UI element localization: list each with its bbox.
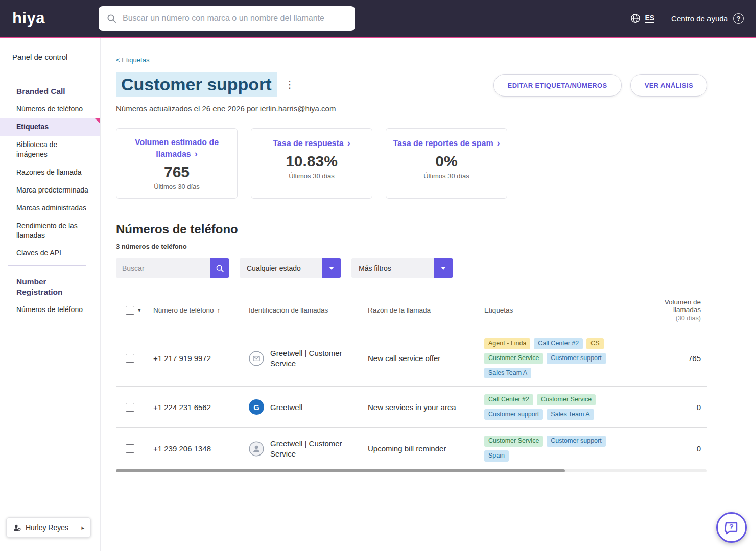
- global-search-input[interactable]: [123, 14, 347, 23]
- stat-cards: Volumen estimado de llamadas›765Últimos …: [116, 128, 707, 199]
- scrollbar-thumb[interactable]: [116, 469, 565, 472]
- chevron-right-icon: ▸: [81, 524, 84, 531]
- tag-customer-support[interactable]: Customer support: [547, 436, 605, 447]
- phone-number: +1 239 206 1348: [153, 444, 249, 453]
- app-window: hiya ES Centro de ayuda ? Panel de contr…: [0, 0, 756, 551]
- tag-customer-service[interactable]: Customer Service: [484, 353, 543, 364]
- avatar-envelope-icon: [249, 351, 264, 366]
- main-content: < Etiquetas Customer support ⋮ EDITAR ET…: [101, 38, 756, 551]
- sidebar-item-numeros-de-telefono[interactable]: Números de teléfono: [0, 301, 100, 319]
- tag-call-center-2[interactable]: Call Center #2: [534, 338, 583, 349]
- sidebar-section-heading-number-registration: Number Registration: [0, 272, 100, 301]
- table-search-button[interactable]: [210, 258, 229, 278]
- avatar-letter: G: [249, 399, 264, 415]
- help-center-link[interactable]: Centro de ayuda: [671, 14, 728, 23]
- call-volume: 0: [635, 403, 707, 412]
- chevron-right-icon: ›: [195, 149, 198, 159]
- sidebar-sections: Branded CallNúmeros de teléfonoEtiquetas…: [0, 81, 100, 319]
- more-filters-dropdown[interactable]: Más filtros: [351, 258, 453, 278]
- column-tags[interactable]: Etiquetas: [484, 306, 635, 314]
- horizontal-scrollbar[interactable]: [116, 469, 707, 472]
- stat-card-title[interactable]: Volumen estimado de llamadas›: [122, 137, 232, 160]
- dropdown-caret-button[interactable]: [322, 258, 341, 278]
- call-reason: Upcoming bill reminder: [368, 444, 484, 453]
- tag-sales-team-a[interactable]: Sales Team A: [484, 368, 531, 379]
- column-phone[interactable]: Número de teléfono↑: [153, 306, 249, 314]
- global-search[interactable]: [99, 6, 355, 31]
- sidebar-item-marca-predeterminada[interactable]: Marca predeterminada: [0, 181, 100, 199]
- status-filter-label: Cualquier estado: [240, 258, 322, 278]
- view-analysis-button[interactable]: VER ANÁLISIS: [630, 74, 707, 97]
- row-checkbox[interactable]: [126, 403, 134, 412]
- tag-spain[interactable]: Spain: [484, 450, 509, 462]
- chevron-down-icon: [441, 267, 446, 270]
- sidebar-item-rendimiento-de-las-llamadas[interactable]: Rendimiento de las llamadas: [0, 217, 100, 245]
- tag-call-center-2[interactable]: Call Center #2: [484, 394, 533, 405]
- edit-label-numbers-button[interactable]: EDITAR ETIQUETA/NÚMEROS: [493, 74, 622, 97]
- table-body: +1 217 919 9972Greetwell | Customer Serv…: [116, 330, 707, 469]
- stat-value: 0%: [391, 153, 502, 170]
- tag-cs[interactable]: CS: [586, 338, 603, 349]
- user-icon: [13, 523, 21, 532]
- column-volume-note: (30 días): [635, 315, 701, 322]
- column-volume[interactable]: Volumen de llamadas (30 días): [635, 298, 707, 322]
- sidebar-section-heading-branded-call: Branded Call: [0, 81, 100, 100]
- section-title: Números de teléfono: [116, 222, 707, 236]
- row-checkbox[interactable]: [126, 354, 134, 363]
- search-icon: [107, 14, 116, 23]
- select-all-checkbox[interactable]: [126, 306, 134, 315]
- tag-list: Agent - LindaCall Center #2CSCustomer Se…: [484, 338, 635, 378]
- sidebar-item-marcas-administradas[interactable]: Marcas administradas: [0, 199, 100, 217]
- column-caller-id[interactable]: Identificación de llamadas: [249, 306, 368, 314]
- sidebar-item-panel-de-control[interactable]: Panel de control: [0, 40, 100, 71]
- page-title: Customer support: [116, 72, 277, 97]
- kebab-menu-icon[interactable]: ⋮: [285, 80, 295, 89]
- tag-customer-service[interactable]: Customer Service: [537, 394, 596, 405]
- stat-card-title[interactable]: Tasa de respuesta›: [256, 137, 367, 149]
- table-row: +1 224 231 6562GGreetwellNew services in…: [116, 386, 707, 427]
- stat-value: 765: [122, 163, 232, 181]
- status-filter-dropdown[interactable]: Cualquier estado: [240, 258, 341, 278]
- row-checkbox[interactable]: [126, 444, 134, 453]
- table-header: ▾ Número de teléfono↑ Identificación de …: [116, 292, 707, 330]
- caller-id: Greetwell: [270, 402, 302, 413]
- column-call-reason[interactable]: Razón de la llamada: [368, 306, 484, 314]
- hiya-logo[interactable]: hiya: [12, 9, 99, 28]
- stat-caption: Últimos 30 días: [391, 172, 502, 180]
- chevron-right-icon: ›: [347, 138, 350, 148]
- topbar: hiya ES Centro de ayuda ?: [0, 0, 756, 37]
- tag-customer-support[interactable]: Customer support: [547, 353, 605, 364]
- user-menu-button[interactable]: Hurley Reyes ▸: [6, 517, 91, 538]
- chat-help-icon: ?: [723, 519, 740, 536]
- tag-customer-service[interactable]: Customer Service: [484, 436, 543, 447]
- sidebar-item-numeros-de-telefono[interactable]: Números de teléfono: [0, 100, 100, 118]
- caller-id: Greetwell | Customer Service: [270, 348, 357, 368]
- chat-widget-button[interactable]: ?: [716, 512, 747, 543]
- search-icon: [216, 264, 224, 273]
- help-icon[interactable]: ?: [733, 13, 744, 24]
- phone-numbers-table: ▾ Número de teléfono↑ Identificación de …: [116, 292, 707, 472]
- select-dropdown-caret-icon[interactable]: ▾: [138, 307, 141, 314]
- dropdown-caret-button[interactable]: [434, 258, 453, 278]
- tag-agent-linda[interactable]: Agent - Linda: [484, 338, 530, 349]
- sidebar-item-razones-de-llamada[interactable]: Razones de llamada: [0, 163, 100, 181]
- tag-list: Customer ServiceCustomer supportSpain: [484, 436, 635, 461]
- more-filters-label: Más filtros: [351, 258, 434, 278]
- sidebar-item-biblioteca-de-imagenes[interactable]: Biblioteca de imágenes: [0, 136, 100, 163]
- updated-text: Números actualizados el 26 ene 2026 por …: [116, 104, 707, 113]
- caller-id: Greetwell | Customer Service: [270, 439, 357, 459]
- tag-customer-support[interactable]: Customer support: [484, 409, 543, 420]
- sidebar-item-etiquetas[interactable]: Etiquetas: [0, 118, 100, 136]
- svg-text:?: ?: [729, 523, 733, 531]
- sidebar-item-claves-de-api[interactable]: Claves de API: [0, 244, 100, 262]
- tag-sales-team-a[interactable]: Sales Team A: [547, 409, 594, 420]
- sort-asc-icon[interactable]: ↑: [217, 306, 221, 314]
- breadcrumb[interactable]: < Etiquetas: [116, 56, 149, 64]
- sidebar-divider: [8, 265, 86, 266]
- stat-card: Volumen estimado de llamadas›765Últimos …: [116, 128, 238, 199]
- stat-card-title[interactable]: Tasa de reportes de spam›: [391, 137, 502, 149]
- table-search-input[interactable]: [116, 258, 210, 278]
- stat-value: 10.83%: [256, 153, 367, 170]
- language-selector[interactable]: ES: [645, 14, 654, 23]
- globe-icon[interactable]: [630, 13, 641, 23]
